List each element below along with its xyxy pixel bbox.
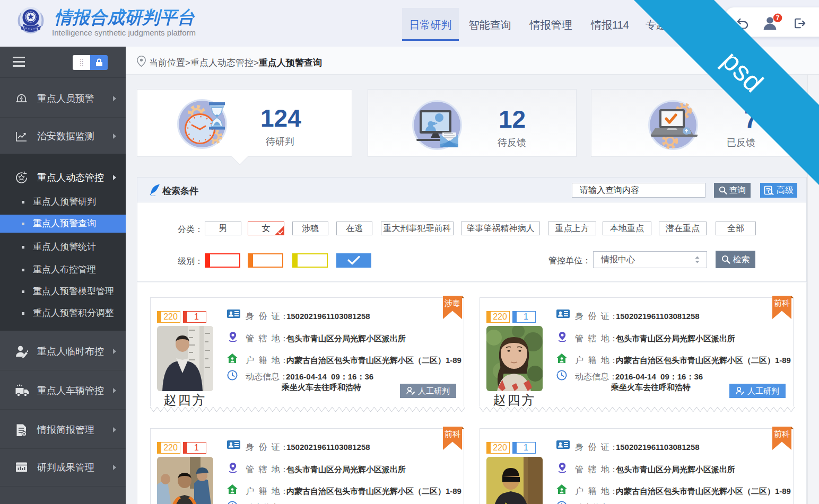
svg-text:7: 7: [776, 14, 780, 22]
